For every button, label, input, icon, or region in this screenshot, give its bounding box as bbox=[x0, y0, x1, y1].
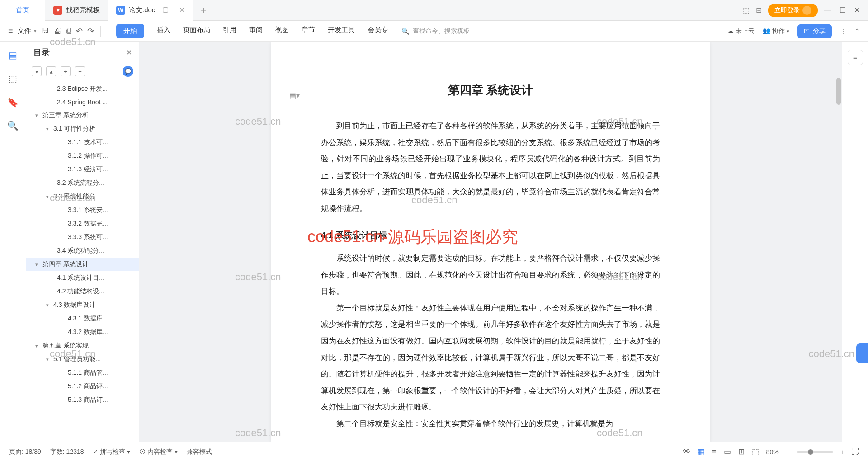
login-button[interactable]: 立即登录 bbox=[768, 4, 818, 17]
cloud-status[interactable]: ☁未上云 bbox=[727, 27, 755, 35]
tab-close-icon[interactable]: × bbox=[179, 5, 184, 15]
tab-layout[interactable]: 页面布局 bbox=[183, 24, 210, 38]
outline-item[interactable]: ▾5.1 管理员功能... bbox=[26, 353, 139, 366]
chat-icon[interactable]: 💬 bbox=[123, 66, 133, 77]
outline-item[interactable]: 5.1.3 商品订... bbox=[26, 393, 139, 407]
outline-item[interactable]: ▾3.1 可行性分析 bbox=[26, 122, 139, 136]
tab-member[interactable]: 会员专 bbox=[368, 24, 388, 38]
tab-template[interactable]: ✦ 找稻壳模板 bbox=[45, 0, 108, 21]
print-icon[interactable]: 🖨 bbox=[54, 26, 62, 36]
side-tab[interactable] bbox=[856, 343, 868, 363]
outline-item[interactable]: 4.3.2 数据库... bbox=[26, 325, 139, 339]
outline-item[interactable]: 3.3.3 系统可... bbox=[26, 230, 139, 244]
chevron-down-icon[interactable]: ▾ bbox=[46, 194, 52, 200]
add-icon[interactable]: + bbox=[61, 66, 71, 76]
tab-document[interactable]: W 论文.doc ▢ × bbox=[108, 0, 193, 21]
maximize-icon[interactable]: ☐ bbox=[840, 6, 846, 14]
collapse-icon[interactable]: ⌃ bbox=[854, 28, 860, 35]
file-button[interactable]: 文件▾ bbox=[18, 27, 37, 35]
tab-review[interactable]: 审阅 bbox=[249, 24, 263, 38]
ribbon-icon[interactable]: 🔖 bbox=[7, 97, 19, 108]
preview-icon[interactable]: ⎙ bbox=[66, 26, 71, 36]
new-tab[interactable]: + bbox=[193, 0, 215, 21]
outline-item[interactable]: 3.2 系统流程分... bbox=[26, 176, 139, 190]
outline-item[interactable]: 5.1.2 商品评... bbox=[26, 380, 139, 393]
outline-item[interactable]: 5.1.1 商品管... bbox=[26, 366, 139, 380]
outline-list: 2.3 Eclipse 开发...2.4 Spring Boot ...▾第三章… bbox=[26, 80, 139, 442]
minimize-icon[interactable]: — bbox=[824, 6, 831, 14]
content-check-button[interactable]: ⦿ 内容检查 ▾ bbox=[139, 448, 178, 456]
undo-icon[interactable]: ↶ bbox=[76, 26, 83, 36]
outline-item[interactable]: 4.1 系统设计目... bbox=[26, 271, 139, 285]
chevron-down-icon[interactable]: ▾ bbox=[46, 357, 52, 362]
grid-icon[interactable]: ⊞ bbox=[756, 6, 762, 14]
toggle-panel-icon[interactable]: ≡ bbox=[848, 50, 863, 65]
outline-item[interactable]: ▾第三章 系统分析 bbox=[26, 108, 139, 122]
chevron-down-icon[interactable]: ▾ bbox=[35, 343, 41, 349]
outline-item[interactable]: ▾4.3 数据库设计 bbox=[26, 298, 139, 312]
outline-item[interactable]: 2.3 Eclipse 开发... bbox=[26, 82, 139, 96]
page-menu-icon[interactable]: ▤▾ bbox=[289, 91, 300, 100]
zoom-out-icon[interactable]: − bbox=[786, 448, 790, 456]
bookmark-icon[interactable]: ⬚ bbox=[9, 73, 17, 84]
tab-devtools[interactable]: 开发工具 bbox=[328, 24, 355, 38]
tab-start[interactable]: 开始 bbox=[116, 24, 144, 38]
search-input[interactable]: 🔍 查找命令、搜索模板 bbox=[401, 27, 470, 35]
tab-controls: ▢ × bbox=[162, 5, 184, 15]
zoom-slider[interactable] bbox=[797, 451, 833, 453]
more-icon[interactable]: ⋮ bbox=[840, 28, 846, 35]
menu-icon[interactable]: ≡ bbox=[8, 26, 13, 36]
outline-item[interactable]: 3.4 系统功能分... bbox=[26, 244, 139, 258]
save-icon[interactable]: 🖫 bbox=[41, 26, 49, 36]
outline-item-label: 4.1 系统设计目... bbox=[57, 274, 104, 282]
scrollbar-thumb[interactable] bbox=[836, 78, 841, 105]
outline-icon[interactable]: ▤ bbox=[9, 50, 17, 61]
chevron-down-icon[interactable]: ▾ bbox=[35, 113, 41, 118]
zoom-in-icon[interactable]: + bbox=[840, 448, 844, 456]
outline-item[interactable]: 4.3.1 数据库... bbox=[26, 312, 139, 325]
outline-close-icon[interactable]: × bbox=[127, 48, 132, 57]
window-mode-icon[interactable]: ▢ bbox=[162, 5, 169, 15]
zoom-fit-icon[interactable]: ⬚ bbox=[752, 447, 759, 456]
word-count[interactable]: 字数: 12318 bbox=[50, 448, 84, 456]
chevron-down-icon[interactable]: ▾ bbox=[46, 126, 52, 132]
page-counter[interactable]: 页面: 18/39 bbox=[9, 448, 41, 456]
outline-item[interactable]: 3.1.1 技术可... bbox=[26, 136, 139, 149]
view-read-icon[interactable]: ▭ bbox=[724, 447, 731, 456]
spellcheck-button[interactable]: ✓ 拼写检查 ▾ bbox=[93, 448, 131, 456]
view-page-icon[interactable]: ▦ bbox=[698, 447, 705, 456]
expand-icon[interactable]: ▴ bbox=[46, 66, 56, 76]
view-outline-icon[interactable]: ≡ bbox=[712, 447, 717, 456]
tab-insert[interactable]: 插入 bbox=[157, 24, 170, 38]
outline-item[interactable]: 3.3.1 系统安... bbox=[26, 203, 139, 217]
remove-icon[interactable]: − bbox=[75, 66, 85, 76]
tab-chapter[interactable]: 章节 bbox=[302, 24, 315, 38]
tab-ref[interactable]: 引用 bbox=[223, 24, 236, 38]
layout-icon[interactable]: ⬚ bbox=[743, 6, 750, 14]
tab-home[interactable]: 首页 bbox=[0, 0, 45, 21]
outline-item[interactable]: 3.1.3 经济可... bbox=[26, 163, 139, 176]
collab-button[interactable]: 👥协作▾ bbox=[763, 27, 789, 35]
chevron-down-icon[interactable]: ▾ bbox=[35, 262, 41, 268]
outline-item[interactable]: 3.1.2 操作可... bbox=[26, 149, 139, 163]
outline-item-label: 5.1.1 商品管... bbox=[68, 369, 108, 377]
redo-icon[interactable]: ↷ bbox=[87, 26, 94, 36]
search-rail-icon[interactable]: 🔍 bbox=[7, 120, 19, 131]
eye-icon[interactable]: 👁 bbox=[683, 447, 690, 456]
zoom-level[interactable]: 80% bbox=[766, 448, 779, 456]
outline-item[interactable]: 3.3.2 数据完... bbox=[26, 217, 139, 230]
outline-item[interactable]: ▾第四章 系统设计 bbox=[26, 258, 139, 271]
scrollbar[interactable] bbox=[836, 42, 841, 442]
compat-mode[interactable]: 兼容模式 bbox=[187, 448, 212, 456]
fullscreen-icon[interactable]: ⛶ bbox=[851, 447, 859, 456]
share-button[interactable]: ⮹分享 bbox=[797, 24, 832, 38]
tab-view[interactable]: 视图 bbox=[275, 24, 289, 38]
outline-item[interactable]: 4.2 功能结构设... bbox=[26, 285, 139, 298]
close-icon[interactable]: ✕ bbox=[854, 6, 860, 14]
outline-item[interactable]: ▾第五章 系统实现 bbox=[26, 339, 139, 353]
view-web-icon[interactable]: ⊞ bbox=[738, 447, 745, 456]
collapse-all-icon[interactable]: ▾ bbox=[32, 66, 42, 76]
outline-item[interactable]: ▾3.3 系统性能分... bbox=[26, 190, 139, 203]
chevron-down-icon[interactable]: ▾ bbox=[46, 302, 52, 308]
outline-item[interactable]: 2.4 Spring Boot ... bbox=[26, 96, 139, 108]
